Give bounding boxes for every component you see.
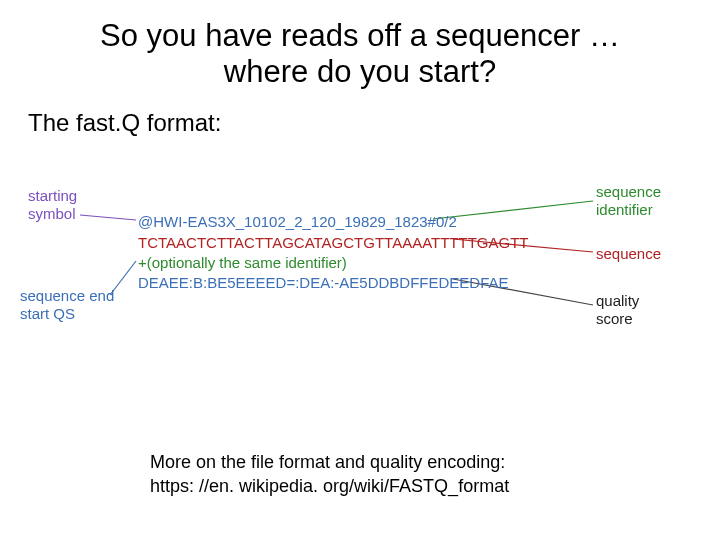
label-sequence-identifier: sequence identifier [596, 183, 661, 218]
fastq-diagram: @HWI-EAS3X_10102_2_120_19829_1823#0/2 TC… [28, 187, 700, 357]
label-sequence: sequence [596, 245, 661, 262]
fastq-header-line: @HWI-EAS3X_10102_2_120_19829_1823#0/2 [138, 212, 529, 232]
footer-note: More on the file format and quality enco… [150, 451, 509, 498]
fastq-sequence-line: TCTAACTCTTACTTAGCATAGCTGTTAAAATTTTTGAGTT [138, 233, 529, 253]
fastq-quality-line: DEAEE:B:BE5EEEED=:DEA:-AE5DDBDFFEDEEDFAE [138, 273, 529, 293]
fastq-code-block: @HWI-EAS3X_10102_2_120_19829_1823#0/2 TC… [138, 212, 529, 293]
title-line-2: where do you start? [224, 54, 496, 89]
footer-line-1: More on the file format and quality enco… [150, 451, 509, 474]
title-line-1: So you have reads off a sequencer … [100, 18, 620, 53]
label-starting-symbol: starting symbol [28, 187, 77, 222]
fastq-plus-line: +(optionally the same identifier) [138, 253, 529, 273]
footer-line-2: https: //en. wikipedia. org/wiki/FASTQ_f… [150, 475, 509, 498]
svg-line-0 [80, 215, 136, 220]
label-quality-score: quality score [596, 292, 639, 327]
slide-title: So you have reads off a sequencer … wher… [0, 18, 720, 89]
subheading: The fast.Q format: [28, 109, 720, 137]
label-sequence-end-start-qs: sequence end start QS [20, 287, 114, 322]
